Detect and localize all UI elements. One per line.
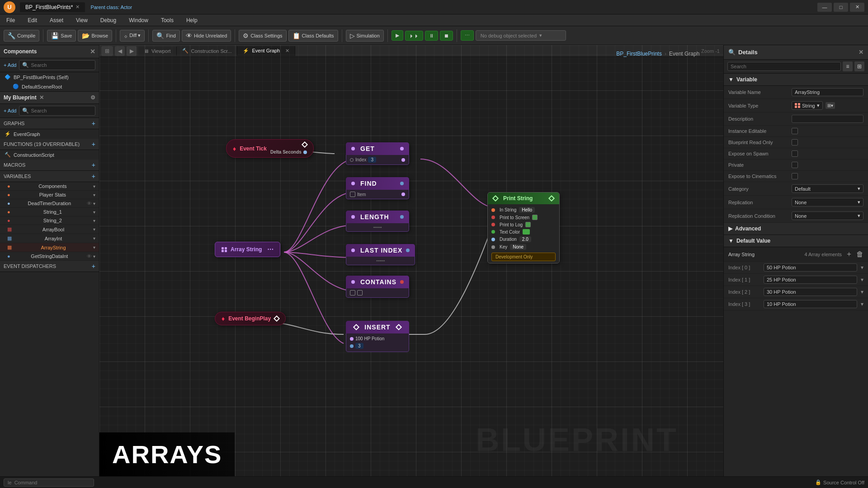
index-0-input[interactable] [764, 263, 857, 272]
index-3-input[interactable] [764, 300, 857, 308]
contains-node[interactable]: CONTAINS [346, 276, 409, 298]
print-log-checkbox[interactable] [525, 222, 531, 227]
insert-node[interactable]: INSERT 100 HP Potion 3 [346, 321, 409, 352]
pause-button[interactable]: ⏸ [425, 31, 438, 41]
index-2-chevron[interactable]: ▾ [861, 289, 863, 295]
stop-button[interactable]: ⏹ [440, 31, 453, 41]
get-node[interactable]: GET Index 3 [346, 142, 409, 165]
debug-object-dropdown[interactable]: No debug object selected ▾ [476, 30, 566, 41]
length-node[interactable]: LENGTH ▪▪▪▪▪▪ [346, 211, 409, 232]
add-graph-button[interactable]: + [92, 120, 95, 127]
components-close-button[interactable]: ✕ [90, 48, 95, 55]
print-string-node[interactable]: Print String In String Hello Print to Sc… [487, 192, 560, 263]
var-player-stats[interactable]: ● Player Stats ▾ [0, 191, 99, 199]
var-string1[interactable]: ● String_1 ▾ [0, 208, 99, 216]
var-get-string-data-int[interactable]: ● GetStringDataInt 👁 ▾ [0, 252, 99, 261]
menu-help[interactable]: Help [184, 16, 200, 24]
add-macro-button[interactable]: + [92, 161, 95, 169]
dev-only-badge[interactable]: Development Only [491, 253, 556, 261]
menu-view[interactable]: View [73, 16, 90, 24]
close-button[interactable]: ✕ [850, 3, 864, 12]
var-array-bool[interactable]: ▦ ArrayBool ▾ [0, 225, 99, 234]
variable-section-header[interactable]: ▼ Variable [724, 74, 868, 86]
graphs-section[interactable]: GRAPHS + [0, 118, 99, 129]
bp-search-input[interactable] [31, 108, 92, 113]
add-element-button[interactable]: ＋ [845, 249, 853, 259]
event-tick-node[interactable]: ♦ Event Tick Delta Seconds [226, 139, 314, 158]
maximize-button[interactable]: □ [834, 3, 848, 12]
grid-view-button-right[interactable]: ⊞ [854, 61, 864, 71]
details-search-input[interactable] [727, 62, 841, 71]
event-begin-play-node[interactable]: ♦ Event BeginPlay [215, 312, 286, 325]
diff-button[interactable]: ⬦ Diff ▾ [120, 30, 145, 42]
menu-asset[interactable]: Asset [47, 16, 66, 24]
functions-section[interactable]: FUNCTIONS (19 OVERRIDABLE) + [0, 139, 99, 150]
browse-button[interactable]: 📂 Browse [78, 30, 112, 42]
bp-read-only-checkbox[interactable] [792, 139, 798, 145]
index-0-chevron[interactable]: ▾ [861, 264, 863, 271]
replication-dropdown[interactable]: None ▾ [792, 198, 863, 206]
event-graph-item[interactable]: ⚡ EventGraph [0, 129, 99, 139]
menu-debug[interactable]: Debug [98, 16, 119, 24]
var-string2[interactable]: ● String_2 ▾ [0, 216, 99, 225]
add-function-button[interactable]: + [92, 141, 95, 148]
var-components[interactable]: ● Components ▾ [0, 182, 99, 191]
class-settings-button[interactable]: ⚙ Class Settings [239, 30, 286, 42]
parent-class-value[interactable]: Actor [120, 5, 132, 10]
bp-settings-icon[interactable]: ⚙ [90, 94, 95, 101]
close-bp-button[interactable]: ✕ [39, 94, 44, 101]
default-value-section-header[interactable]: ▼ Default Value [724, 235, 868, 247]
add-bp-button[interactable]: + Add [4, 108, 16, 113]
replication-cond-dropdown[interactable]: None ▾ [792, 211, 863, 220]
find-node[interactable]: FIND Item [346, 177, 409, 199]
hide-unrelated-button[interactable]: 👁 Hide Unrelated [182, 30, 231, 42]
tab-close-btn[interactable]: ✕ [75, 4, 80, 10]
print-screen-checkbox[interactable] [532, 215, 538, 220]
last-index-node[interactable]: LAST INDEX ▪▪▪▪▪▪ [346, 244, 415, 265]
play-button[interactable]: ▶ [392, 30, 403, 41]
array-type-button[interactable]: ⊞▾ [826, 102, 835, 109]
private-checkbox[interactable] [792, 162, 798, 168]
event-dispatchers-section[interactable]: EVENT DISPATCHERS + [0, 261, 99, 272]
index-1-chevron[interactable]: ▾ [861, 277, 863, 283]
graph-canvas[interactable]: ♦ Event Tick Delta Seconds Array String [99, 45, 723, 476]
components-search-input[interactable] [31, 62, 92, 68]
step-button[interactable]: ⏵⏵ [405, 31, 423, 41]
graph-area[interactable]: ⊞ ◀ ▶ 🖥 Viewport 🔨 Construction Scr... ⚡… [99, 45, 723, 476]
text-color-swatch[interactable] [523, 229, 530, 235]
var-array-string[interactable]: ▦ ArrayString ▾ [0, 243, 99, 252]
advanced-section-header[interactable]: ▶ Advanced [724, 223, 868, 235]
save-button[interactable]: 💾 Save [47, 30, 76, 42]
index-1-input[interactable] [764, 276, 857, 284]
variables-section[interactable]: VARIABLES + [0, 171, 99, 182]
class-defaults-button[interactable]: 📋 Class Defaults [288, 30, 338, 42]
menu-tools[interactable]: Tools [158, 16, 176, 24]
array-string-variable-node[interactable]: Array String ⋯ [215, 242, 280, 257]
menu-window[interactable]: Window [126, 16, 151, 24]
var-dead-timer[interactable]: ● DeadTimerDuration 👁 ▾ [0, 199, 99, 208]
instance-editable-checkbox[interactable] [792, 128, 798, 134]
delete-elements-button[interactable]: 🗑 [856, 250, 863, 258]
menu-edit[interactable]: Edit [25, 16, 40, 24]
details-close-button[interactable]: ✕ [859, 49, 863, 56]
category-dropdown[interactable]: Default ▾ [792, 184, 863, 193]
list-view-button[interactable]: ≡ [843, 61, 853, 71]
description-input[interactable] [792, 115, 863, 123]
menu-file[interactable]: File [4, 16, 18, 24]
add-component-button[interactable]: + Add [4, 62, 16, 68]
expose-cinematics-checkbox[interactable] [792, 173, 798, 179]
add-variable-button[interactable]: + [92, 173, 95, 180]
minimize-button[interactable]: — [817, 3, 832, 12]
find-button[interactable]: 🔍 Find [152, 30, 179, 42]
expose-on-spawn-checkbox[interactable] [792, 150, 798, 157]
more-options-button[interactable]: ⋯ [461, 30, 474, 41]
var-array-int[interactable]: ▦ ArrayInt ▾ [0, 234, 99, 243]
bp-self-item[interactable]: 🔷 BP_FirstBluePrints (Self) [0, 72, 99, 82]
command-input[interactable] [4, 479, 94, 487]
var-name-input[interactable] [792, 88, 863, 96]
macros-section[interactable]: MACROS + [0, 160, 99, 171]
simulation-button[interactable]: ▷ Simulation [346, 30, 384, 42]
index-3-chevron[interactable]: ▾ [861, 301, 863, 307]
var-type-selector[interactable]: String ▾ [792, 101, 823, 110]
add-dispatcher-button[interactable]: + [92, 263, 95, 270]
